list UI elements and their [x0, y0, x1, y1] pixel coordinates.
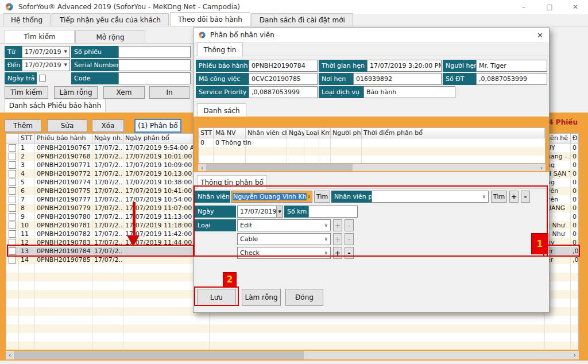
cell-phieu-bao-hanh: 0PNBH20190771: [35, 161, 92, 169]
empty-table-row: [6, 333, 578, 342]
header-nhan-vien-chinh[interactable]: Nhân viên chính: [246, 128, 287, 138]
cell-dien-thoai: 0: [571, 230, 578, 238]
header-stt[interactable]: STT: [19, 134, 35, 143]
header-ngay[interactable]: Ngày: [287, 128, 304, 138]
header-loai[interactable]: Loại: [304, 128, 319, 138]
row-checkbox[interactable]: [9, 179, 16, 186]
cell-phieu-bao-hanh: [35, 281, 92, 290]
cell-ngay-nhan: 17/07/2...: [92, 204, 123, 212]
so-dt-value[interactable]: ,0,0887053999: [476, 73, 547, 85]
dialog-close-icon[interactable]: ✕: [537, 31, 543, 40]
tab-mo-rong[interactable]: Mở rộng: [75, 30, 145, 43]
nguoi-hen-label: Người hẹn: [443, 60, 476, 72]
tab-thong-tin[interactable]: Thông tin: [197, 42, 243, 56]
assign-table-row[interactable]: 00 Thông tin: [199, 138, 545, 147]
tab-tim-kiem[interactable]: Tìm kiếm: [5, 30, 75, 43]
noi-hen-value[interactable]: 016939892: [353, 73, 442, 85]
cell-nguoi-lien-he: [545, 342, 571, 350]
phieu-bao-hanh-value[interactable]: 0PNBH20190784: [249, 60, 318, 72]
phan-bo-button[interactable]: (1) Phân bổ: [134, 119, 181, 133]
cell-filler: [210, 324, 545, 333]
so-phieu-input[interactable]: [118, 46, 191, 58]
maximize-button[interactable]: □: [540, 0, 559, 14]
header-thoi-diem-phan-bo[interactable]: Thời điểm phân bổ: [362, 128, 545, 138]
header-km[interactable]: Km: [319, 128, 331, 138]
header-stt[interactable]: STT: [199, 128, 214, 138]
dialog-title-bar: Phân bổ nhân viên ✕: [194, 28, 549, 42]
scrollbar-thumb[interactable]: [206, 164, 353, 171]
xem-button[interactable]: Xem: [103, 86, 145, 99]
cell-loai: [304, 147, 319, 156]
tim-kiem-button[interactable]: Tìm kiếm: [5, 86, 48, 99]
cell-dien-thoai: ,0: [571, 255, 578, 264]
app-logo-icon: [5, 2, 14, 11]
header-checkbox-col: [6, 134, 19, 143]
cell-ngay-nhan: [92, 316, 123, 324]
cell-checkbox: [6, 307, 19, 316]
row-checkbox[interactable]: [9, 144, 16, 152]
minimize-button[interactable]: –: [514, 0, 533, 14]
header-dien-thoai[interactable]: Đ: [571, 134, 578, 143]
row-checkbox[interactable]: [9, 230, 16, 238]
in-button[interactable]: In: [149, 86, 189, 99]
horizontal-scrollbar[interactable]: ‹ ›: [6, 351, 579, 359]
header-ngay-nhan[interactable]: Ngày nh...: [92, 134, 123, 143]
tab-danh-sach[interactable]: Danh sách: [197, 103, 246, 117]
row-checkbox[interactable]: [9, 153, 16, 160]
cell-dien-thoai: [571, 324, 578, 333]
lam-rong-button[interactable]: Làm rỗng: [54, 86, 98, 99]
scroll-right-icon[interactable]: ›: [537, 165, 546, 171]
close-button[interactable]: ✕: [566, 0, 585, 14]
tu-date-combobox[interactable]: 17/07/2019 ▼: [22, 46, 70, 58]
cell-ngay: [287, 138, 304, 147]
cell-phieu-bao-hanh: [35, 342, 92, 350]
scroll-right-icon[interactable]: ›: [571, 352, 579, 358]
cell-nguoi-phu: [331, 147, 362, 156]
row-checkbox[interactable]: [9, 222, 16, 229]
loai-dich-vu-value[interactable]: Bảo hành: [363, 86, 455, 98]
scroll-left-icon[interactable]: ‹: [6, 352, 14, 358]
code-input[interactable]: [118, 72, 191, 84]
assign-horizontal-scrollbar[interactable]: ‹ ›: [198, 164, 546, 171]
cell-filler: [210, 333, 545, 342]
xoa-button[interactable]: Xóa: [92, 119, 124, 132]
dong-button[interactable]: Đóng: [285, 289, 323, 306]
nguoi-hen-value[interactable]: Mr. Tiger: [476, 60, 547, 72]
tab-he-thong[interactable]: Hệ thống: [3, 13, 51, 26]
cell-stt: 3: [19, 161, 35, 169]
header-phieu-bao-hanh[interactable]: Phiếu bảo hành: [35, 134, 92, 143]
serial-number-input[interactable]: [118, 59, 191, 71]
lam-rong-button[interactable]: Làm rỗng: [242, 289, 281, 306]
ngay-tra-checkbox[interactable]: [39, 75, 46, 82]
them-button[interactable]: Thêm: [5, 119, 41, 132]
cell-nguoi-phu: [331, 138, 362, 147]
header-ma-nv[interactable]: Mã NV: [214, 128, 246, 138]
tab-danh-sach-phieu-bao-hanh[interactable]: Danh sách Phiếu bảo hành: [5, 99, 106, 112]
annotation-form-box: [194, 185, 548, 257]
row-checkbox[interactable]: [9, 196, 16, 203]
tab-tiep-nhan-yeu-cau[interactable]: Tiếp nhận yêu cầu của khách: [52, 13, 169, 26]
row-checkbox[interactable]: [9, 161, 16, 169]
cell-dien-thoai: [571, 299, 578, 307]
row-checkbox[interactable]: [9, 213, 16, 220]
ma-cong-viec-value[interactable]: 0CVC20190785: [249, 73, 318, 85]
cell-phieu-bao-hanh: [35, 324, 92, 333]
sua-button[interactable]: Sửa: [47, 119, 87, 132]
dialog-title: Phân bổ nhân viên: [210, 31, 274, 39]
row-checkbox[interactable]: [9, 170, 16, 177]
cell-phieu-bao-hanh: [35, 264, 92, 273]
header-nguoi-phu[interactable]: Người phụ: [331, 128, 362, 138]
phan-bo-nhan-vien-dialog: Phân bổ nhân viên ✕ Thông tin Phiếu bảo …: [193, 28, 550, 313]
row-checkbox[interactable]: [9, 187, 16, 195]
thoi-gian-hen-value[interactable]: 17/07/2019 3:20:00 PM: [367, 60, 442, 72]
scrollbar-thumb[interactable]: [14, 351, 304, 359]
service-priority-value[interactable]: ,0,0887053999: [249, 86, 318, 98]
tab-danh-sach-cai-dat-moi[interactable]: Danh sách đi cài đặt mới: [252, 13, 353, 26]
den-date-combobox[interactable]: 17/07/2019 ▼: [22, 59, 70, 71]
scroll-left-icon[interactable]: ‹: [198, 165, 206, 171]
cell-stt: [19, 299, 35, 307]
row-checkbox[interactable]: [9, 204, 16, 212]
cell-phieu-bao-hanh: 0PNBH20190768: [35, 152, 92, 161]
tab-theo-doi-bao-hanh[interactable]: Theo dõi bảo hành: [170, 12, 250, 26]
row-checkbox[interactable]: [9, 256, 16, 264]
